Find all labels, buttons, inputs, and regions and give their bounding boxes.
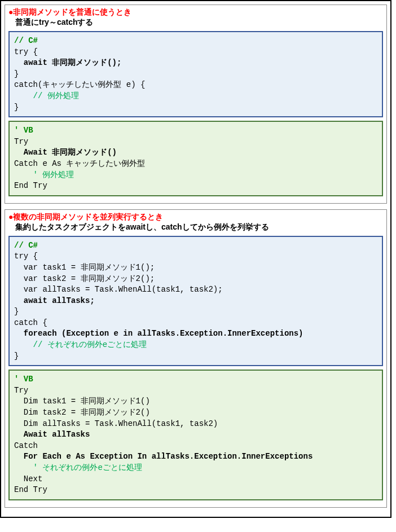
section-parallel-async: ●複数の非同期メソッドを並列実行するとき 集約したタスクオブジェクトをawait…: [5, 209, 387, 508]
code-line: // C#: [14, 36, 38, 45]
code-line: }: [14, 351, 19, 360]
code-line: // C#: [14, 241, 38, 250]
section1-title: ●非同期メソッドを普通に使うとき: [8, 7, 383, 17]
page-frame: ●非同期メソッドを普通に使うとき 普通にtry～catchする // C# tr…: [0, 0, 391, 518]
code-line: Catch e As キャッチしたい例外型: [14, 159, 145, 168]
code-line: ' それぞれの例外eごとに処理: [14, 463, 142, 472]
code-line: ' 例外処理: [14, 170, 74, 179]
code-line: try {: [14, 252, 38, 261]
section-basic-async: ●非同期メソッドを普通に使うとき 普通にtry～catchする // C# tr…: [5, 5, 387, 204]
code-line: ' VB: [14, 126, 33, 135]
code-line: }: [14, 69, 19, 78]
code-csharp-parallel: // C# try { var task1 = 非同期メソッド1(); var …: [8, 236, 383, 367]
code-line: Try: [14, 137, 28, 146]
code-line: await 非同期メソッド();: [14, 58, 121, 67]
code-line: foreach (Exception e in allTasks.Excepti…: [14, 329, 303, 338]
code-line: var task2 = 非同期メソッド2();: [14, 274, 155, 283]
code-csharp-basic: // C# try { await 非同期メソッド(); } catch(キャッ…: [8, 31, 383, 117]
code-line: End Try: [14, 485, 47, 494]
code-line: var allTasks = Task.WhenAll(task1, task2…: [14, 285, 223, 294]
section2-title: ●複数の非同期メソッドを並列実行するとき: [8, 212, 383, 222]
code-line: }: [14, 307, 19, 316]
code-line: End Try: [14, 181, 47, 190]
section1-subtitle: 普通にtry～catchする: [15, 17, 383, 28]
code-line: ' VB: [14, 375, 33, 384]
code-line: Dim task2 = 非同期メソッド2(): [14, 408, 150, 417]
code-line: try {: [14, 47, 38, 56]
code-vb-basic: ' VB Try Await 非同期メソッド() Catch e As キャッチ…: [8, 121, 383, 196]
code-line: Await allTasks: [14, 430, 90, 439]
code-line: catch {: [14, 318, 47, 327]
code-line: var task1 = 非同期メソッド1();: [14, 263, 155, 272]
code-vb-parallel: ' VB Try Dim task1 = 非同期メソッド1() Dim task…: [8, 370, 383, 500]
code-line: catch(キャッチしたい例外型 e) {: [14, 80, 145, 89]
code-line: Next: [14, 474, 42, 483]
code-line: Dim task1 = 非同期メソッド1(): [14, 397, 150, 406]
section2-subtitle: 集約したタスクオブジェクトをawaitし、catchしてから例外を列挙する: [15, 222, 383, 232]
code-line: }: [14, 103, 19, 112]
code-line: // それぞれの例外eごとに処理: [14, 340, 147, 349]
code-line: // 例外処理: [14, 91, 79, 100]
code-line: For Each e As Exception In allTasks.Exce…: [14, 452, 313, 461]
code-line: Catch: [14, 441, 38, 450]
code-line: Dim allTasks = Task.WhenAll(task1, task2…: [14, 419, 218, 428]
code-line: Try: [14, 386, 28, 395]
code-line: await allTasks;: [14, 296, 95, 305]
code-line: Await 非同期メソッド(): [14, 148, 117, 157]
